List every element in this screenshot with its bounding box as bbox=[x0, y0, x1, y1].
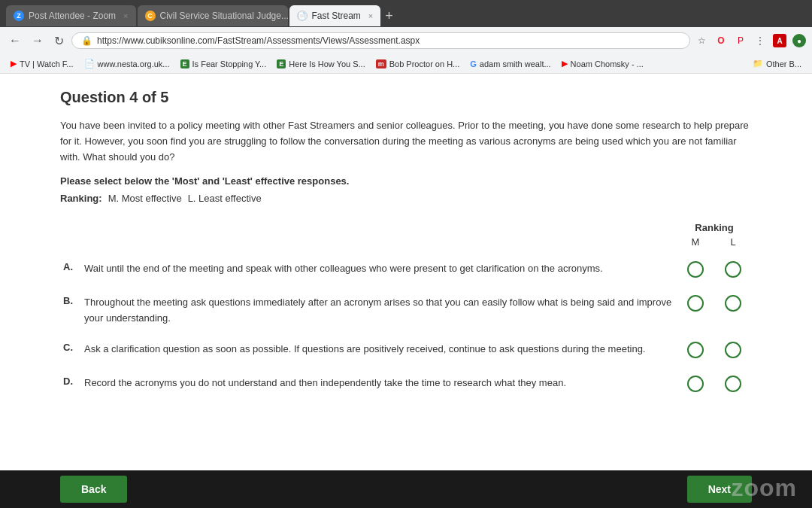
bookmark-adamsmith-icon: G bbox=[470, 59, 477, 68]
answers-table: Ranking M L A. Wait until the end of the… bbox=[60, 219, 752, 402]
bookmark-bob-icon: m bbox=[376, 59, 386, 68]
tab-icon-faststream: 📄 bbox=[297, 11, 308, 21]
lock-icon: 🔒 bbox=[81, 35, 92, 46]
answer-b-l-cell bbox=[714, 287, 752, 334]
question-instruction: Please select below the 'Most' and 'Leas… bbox=[60, 175, 752, 187]
browser-body: Question 4 of 5 You have been invited to… bbox=[0, 74, 812, 508]
tab-close-zoom[interactable]: × bbox=[123, 11, 128, 20]
ranking-column-header: Ranking bbox=[677, 219, 752, 236]
answer-letter-a: A. bbox=[60, 254, 81, 287]
bookmark-bob[interactable]: m Bob Proctor on H... bbox=[371, 58, 465, 70]
opera-icon[interactable]: O bbox=[714, 34, 728, 47]
bookmark-icon[interactable]: ☆ bbox=[695, 34, 708, 47]
browser-window: Z Post Attendee - Zoom × C Civil Service… bbox=[0, 0, 812, 508]
answer-a-l-cell bbox=[714, 254, 752, 287]
radio-d-m[interactable] bbox=[687, 376, 704, 392]
menu-icon[interactable]: ⋮ bbox=[753, 34, 767, 47]
bookmark-other-label: Other B... bbox=[766, 59, 801, 68]
page-content: Question 4 of 5 You have been invited to… bbox=[0, 74, 812, 508]
answer-a-m-cell bbox=[677, 254, 714, 287]
answer-text-c: Ask a clarification question as soon as … bbox=[81, 334, 677, 368]
bookmark-chomsky[interactable]: ▶ Noam Chomsky - ... bbox=[557, 57, 648, 70]
bookmark-nesta[interactable]: 📄 www.nesta.org.uk... bbox=[80, 57, 174, 70]
pinterest-icon[interactable]: P bbox=[734, 34, 747, 47]
nav-icons: ☆ O P ⋮ A ● bbox=[695, 34, 806, 47]
bottom-bar: Back Next zoom bbox=[0, 470, 812, 508]
tab-close-faststream[interactable]: × bbox=[368, 11, 373, 20]
bookmark-howto-icon: E bbox=[277, 59, 286, 68]
bookmark-howto[interactable]: E Here Is How You S... bbox=[272, 58, 370, 70]
extension-icon[interactable]: A bbox=[773, 34, 786, 47]
answer-c-l-cell bbox=[714, 334, 752, 368]
reload-button[interactable]: ↻ bbox=[51, 32, 67, 50]
answer-d-m-cell bbox=[677, 368, 714, 402]
answer-text-a: Wait until the end of the meeting and sp… bbox=[81, 254, 677, 287]
back-nav-button[interactable]: ← bbox=[6, 32, 24, 49]
tab-icon-zoom: Z bbox=[14, 11, 24, 21]
answer-d-l-cell bbox=[714, 368, 752, 402]
answer-text-d: Record the acronyms you do not understan… bbox=[81, 368, 677, 402]
question-title: Question 4 of 5 bbox=[60, 89, 752, 106]
bookmarks-bar: ▶ TV | Watch F... 📄 www.nesta.org.uk... … bbox=[0, 54, 812, 74]
bookmark-tv-label: TV | Watch F... bbox=[20, 59, 74, 68]
tab-zoom[interactable]: Z Post Attendee - Zoom × bbox=[6, 5, 136, 26]
ranking-m-label: M. Most effective bbox=[108, 193, 182, 204]
back-button[interactable]: Back bbox=[60, 476, 127, 503]
bookmark-nesta-icon: 📄 bbox=[84, 59, 95, 68]
radio-c-m[interactable] bbox=[687, 342, 704, 358]
answer-row-c: C. Ask a clarification question as soon … bbox=[60, 334, 752, 368]
answer-text-b: Throughout the meeting ask questions imm… bbox=[81, 287, 677, 334]
radio-c-l[interactable] bbox=[725, 342, 741, 358]
bookmark-chomsky-label: Noam Chomsky - ... bbox=[571, 59, 644, 68]
bookmark-tv[interactable]: ▶ TV | Watch F... bbox=[6, 57, 78, 70]
radio-a-l[interactable] bbox=[725, 261, 741, 278]
tab-label-faststream: Fast Stream bbox=[312, 11, 361, 21]
radio-b-l[interactable] bbox=[725, 295, 741, 312]
answer-letter-c: C. bbox=[60, 334, 81, 368]
question-body: You have been invited to a policy meetin… bbox=[60, 118, 752, 165]
ranking-l-label: L. Least effective bbox=[188, 193, 262, 204]
bookmark-chomsky-icon: ▶ bbox=[562, 59, 568, 68]
answer-row-a: A. Wait until the end of the meeting and… bbox=[60, 254, 752, 287]
ranking-key: Ranking: M. Most effective L. Least effe… bbox=[60, 193, 752, 204]
tab-icon-cs: C bbox=[145, 11, 156, 21]
tab-cs[interactable]: C Civil Service Situational Judge... × bbox=[138, 5, 288, 26]
answer-letter-b: B. bbox=[60, 287, 81, 334]
bookmark-adamsmith-label: adam smith wealt... bbox=[480, 59, 551, 68]
answer-c-m-cell bbox=[677, 334, 714, 368]
bookmark-bob-label: Bob Proctor on H... bbox=[389, 59, 460, 68]
radio-b-m[interactable] bbox=[687, 295, 704, 312]
answer-row-b: B. Throughout the meeting ask questions … bbox=[60, 287, 752, 334]
col-m-header: M bbox=[677, 236, 714, 254]
bookmark-nesta-label: www.nesta.org.uk... bbox=[98, 59, 170, 68]
col-l-header: L bbox=[714, 236, 752, 254]
tab-label-zoom: Post Attendee - Zoom bbox=[29, 11, 116, 21]
bookmark-howto-label: Here Is How You S... bbox=[289, 59, 365, 68]
nav-bar: ← → ↻ 🔒 https://www.cubiksonline.com/Fas… bbox=[0, 27, 812, 54]
radio-a-m[interactable] bbox=[687, 261, 704, 278]
bookmark-adamsmith[interactable]: G adam smith wealt... bbox=[465, 58, 555, 70]
bookmark-more[interactable]: 📁 Other B... bbox=[748, 57, 806, 70]
radio-d-l[interactable] bbox=[725, 376, 741, 392]
answer-row-d: D. Record the acronyms you do not unders… bbox=[60, 368, 752, 402]
answer-letter-d: D. bbox=[60, 368, 81, 402]
answer-b-m-cell bbox=[677, 287, 714, 334]
bookmark-fear-label: Is Fear Stopping Y... bbox=[192, 59, 267, 68]
tab-label-cs: Civil Service Situational Judge... bbox=[160, 11, 288, 21]
tab-faststream[interactable]: 📄 Fast Stream × bbox=[289, 5, 381, 26]
forward-nav-button[interactable]: → bbox=[29, 32, 47, 49]
address-bar[interactable]: 🔒 https://www.cubiksonline.com/FastStrea… bbox=[71, 32, 690, 49]
url-text: https://www.cubiksonline.com/FastStream/… bbox=[97, 35, 680, 46]
bookmark-fear[interactable]: E Is Fear Stopping Y... bbox=[176, 58, 271, 70]
new-tab-button[interactable]: + bbox=[385, 8, 393, 24]
bookmark-folder-icon: 📁 bbox=[753, 59, 763, 68]
bookmark-tv-icon: ▶ bbox=[11, 59, 17, 68]
tab-bar: Z Post Attendee - Zoom × C Civil Service… bbox=[0, 0, 812, 27]
profile-icon[interactable]: ● bbox=[792, 34, 806, 47]
ranking-key-label: Ranking: bbox=[60, 193, 102, 204]
zoom-watermark: zoom bbox=[731, 474, 797, 502]
bookmark-fear-icon: E bbox=[180, 59, 189, 68]
